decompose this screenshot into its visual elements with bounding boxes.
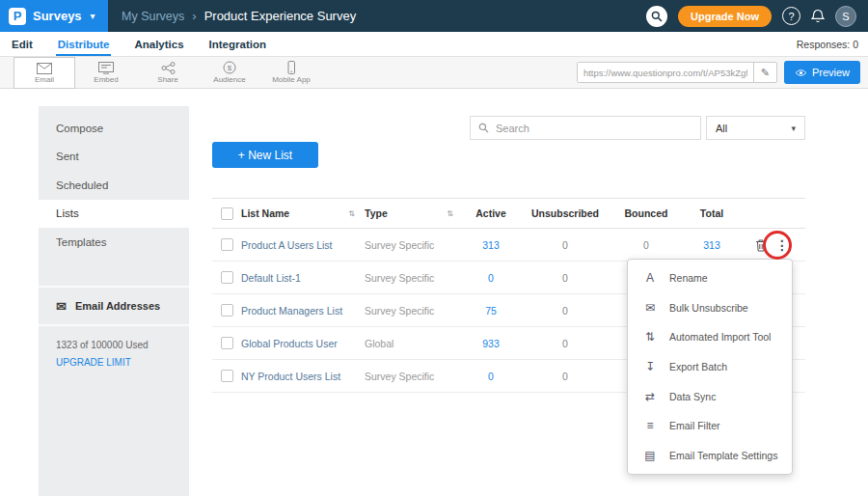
upgrade-limit-link[interactable]: UPGRADE LIMIT	[39, 350, 189, 368]
sidebar-item-templates[interactable]: Templates	[39, 228, 189, 257]
menu-item-email-template-settings[interactable]: ▤ Email Template Settings	[628, 441, 792, 471]
sidebar-item-compose[interactable]: Compose	[39, 114, 189, 143]
list-type: Survey Specific	[365, 305, 463, 317]
channel-share[interactable]: Share	[137, 57, 199, 89]
channel-mobile-app[interactable]: Mobile App	[260, 57, 322, 89]
upgrade-now-button[interactable]: Upgrade Now	[678, 6, 772, 27]
select-all-checkbox[interactable]	[221, 207, 233, 220]
channel-audience-label: Audience	[213, 75, 245, 84]
channel-mobile-label: Mobile App	[272, 75, 311, 84]
tab-distribute[interactable]: Distribute	[56, 32, 112, 56]
list-name-link[interactable]: Product A Users List	[241, 239, 365, 251]
sidebar-item-lists[interactable]: Lists	[39, 200, 189, 229]
list-name-link[interactable]: Global Products User	[241, 338, 365, 349]
row-checkbox[interactable]	[221, 304, 233, 317]
active-count-link[interactable]: 0	[463, 272, 519, 284]
email-sidebar: Compose Sent Scheduled Lists Templates ✉…	[39, 106, 189, 496]
active-count-link[interactable]: 933	[463, 338, 519, 349]
tab-analytics[interactable]: Analytics	[132, 32, 185, 56]
menu-item-label: Automated Import Tool	[669, 331, 771, 343]
edit-url-button[interactable]: ✎	[753, 63, 776, 82]
new-list-button[interactable]: + New List	[212, 142, 318, 168]
menu-item-rename[interactable]: A Rename	[628, 263, 792, 293]
menu-item-bulk-unsubscribe[interactable]: ✉ Bulk Unsubscribe	[628, 293, 792, 323]
list-name-link[interactable]: NY Product Users List	[241, 371, 365, 382]
topbar-actions: Upgrade Now ? S	[646, 6, 868, 27]
row-checkbox[interactable]	[221, 271, 233, 284]
row-checkbox[interactable]	[221, 238, 233, 251]
menu-item-label: Rename	[669, 272, 708, 284]
active-count-link[interactable]: 0	[463, 371, 519, 382]
delete-list-button[interactable]	[755, 238, 767, 252]
active-count-link[interactable]: 313	[463, 239, 519, 251]
pencil-icon: ✎	[761, 67, 770, 79]
responses-count: Responses: 0	[797, 32, 858, 56]
menu-item-email-filter[interactable]: ≡ Email Filter	[628, 411, 792, 441]
menu-item-label: Data Sync	[669, 391, 716, 402]
col-bounced: Bounced	[611, 207, 681, 219]
surveys-menu[interactable]: P Surveys ▾	[0, 0, 108, 32]
channel-share-label: Share	[157, 75, 177, 84]
col-type: Type	[365, 207, 388, 219]
table-header: List Name ⇅ Type ⇅ Active Unsubscribed B…	[212, 198, 805, 229]
tab-integration[interactable]: Integration	[207, 32, 268, 56]
export-batch-icon: ↧	[643, 360, 657, 373]
list-search-input[interactable]	[496, 123, 692, 134]
notifications-button[interactable]	[811, 9, 825, 23]
list-name-link[interactable]: Default List-1	[241, 272, 365, 284]
page-title: Product Experience Survey	[204, 9, 357, 23]
menu-item-data-sync[interactable]: ⇄ Data Sync	[628, 381, 792, 411]
table-row: Product A Users List Survey Specific 313…	[212, 229, 805, 262]
breadcrumb-my-surveys[interactable]: My Surveys	[122, 10, 184, 23]
channel-email-label: Email	[35, 75, 54, 84]
email-template-settings-icon: ▤	[643, 449, 657, 462]
topbar: P Surveys ▾ My Surveys › Product Experie…	[0, 0, 868, 32]
global-search-button[interactable]	[646, 6, 667, 27]
sidebar-item-scheduled[interactable]: Scheduled	[39, 171, 189, 200]
row-checkbox[interactable]	[221, 337, 233, 349]
channel-audience[interactable]: $ Audience	[199, 57, 260, 89]
unsubscribed-count: 0	[519, 305, 611, 317]
list-search-box	[470, 116, 701, 140]
row-checkbox[interactable]	[221, 370, 233, 382]
sort-icon[interactable]: ⇅	[447, 209, 453, 218]
list-filters: All ▾	[212, 116, 805, 140]
row-more-actions-button[interactable]: ⋮	[775, 238, 789, 252]
help-button[interactable]: ?	[782, 7, 800, 25]
sort-icon[interactable]: ⇅	[348, 209, 355, 218]
preview-label: Preview	[812, 67, 850, 78]
embed-icon	[98, 61, 114, 74]
unsubscribed-count: 0	[519, 239, 611, 251]
active-count-link[interactable]: 75	[463, 305, 519, 317]
menu-item-automated-import-tool[interactable]: ⇅ Automated Import Tool	[628, 322, 792, 352]
email-filter-icon: ≡	[643, 419, 657, 432]
survey-url-area: ✎ Preview	[577, 61, 860, 84]
sidebar-item-sent[interactable]: Sent	[39, 143, 189, 172]
unsubscribed-count: 0	[519, 338, 611, 349]
filter-value: All	[716, 123, 727, 134]
channel-email[interactable]: Email	[14, 57, 75, 89]
email-addresses-header: ✉ Email Addresses	[39, 288, 189, 326]
survey-url-input[interactable]	[578, 63, 753, 82]
list-type-filter[interactable]: All ▾	[706, 116, 805, 140]
survey-url-box: ✎	[577, 62, 777, 83]
import-tool-icon: ⇅	[643, 330, 657, 344]
svg-text:$: $	[228, 64, 232, 72]
list-type: Global	[365, 338, 463, 349]
tab-edit[interactable]: Edit	[10, 32, 35, 56]
email-usage-text: 1323 of 100000 Used	[39, 326, 189, 350]
channel-embed[interactable]: Embed	[75, 57, 137, 89]
user-avatar[interactable]: S	[835, 6, 856, 27]
list-name-link[interactable]: Product Managers List	[241, 305, 365, 317]
preview-button[interactable]: Preview	[784, 61, 860, 84]
menu-item-label: Email Template Settings	[669, 450, 777, 461]
bell-icon	[811, 9, 825, 23]
total-count-link[interactable]: 313	[681, 239, 743, 251]
audience-icon: $	[223, 61, 236, 74]
eye-icon	[795, 69, 807, 77]
unsubscribed-count: 0	[519, 272, 611, 284]
envelope-icon: ✉	[56, 299, 67, 314]
list-type: Survey Specific	[365, 272, 463, 284]
menu-item-export-batch[interactable]: ↧ Export Batch	[628, 352, 792, 382]
survey-nav: Edit Distribute Analytics Integration Re…	[0, 32, 868, 57]
